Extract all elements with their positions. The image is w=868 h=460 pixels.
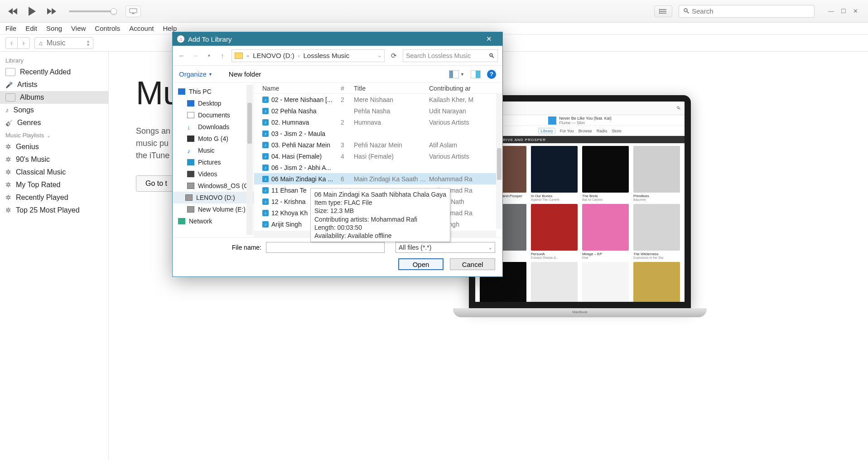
file-row[interactable]: 04. Hasi (Female)4Hasi (Female)Various A…: [254, 150, 502, 162]
search-box[interactable]: 🔍︎: [679, 5, 815, 18]
sidebar-heading-library: Library: [0, 54, 108, 66]
file-row[interactable]: 06 - Jism 2 - Abhi A...: [254, 162, 502, 173]
tree-item[interactable]: This PC: [178, 86, 254, 97]
sidebar-heading-playlists: Music Playlists ⌄: [0, 129, 108, 140]
flac-file-icon: [262, 131, 269, 137]
new-folder-button[interactable]: New folder: [229, 70, 261, 78]
file-list-header[interactable]: Name # Title Contributing ar: [254, 83, 502, 94]
tree-item[interactable]: Windows8_OS (C: [178, 180, 254, 192]
filename-input[interactable]: [266, 242, 385, 253]
sidebar-playlist-classical-music[interactable]: Classical Music: [0, 166, 108, 179]
preview-pane-button[interactable]: [471, 70, 481, 78]
tree-item[interactable]: New Volume (E:): [178, 203, 254, 215]
dialog-back-button[interactable]: ←: [177, 52, 186, 59]
dialog-footer: File name: All files (*.*)⌄ Open Cancel: [173, 237, 502, 276]
tree-item[interactable]: Videos: [178, 168, 254, 180]
nav-forward-button[interactable]: ›: [18, 38, 29, 48]
menu-edit[interactable]: Edit: [25, 24, 37, 32]
sidebar-playlist-90-s-music[interactable]: 90's Music: [0, 153, 108, 166]
open-button[interactable]: Open: [398, 258, 444, 270]
volume-slider[interactable]: [69, 10, 114, 12]
menu-view[interactable]: View: [71, 24, 86, 32]
menu-controls[interactable]: Controls: [95, 24, 120, 32]
help-button[interactable]: ?: [487, 70, 496, 79]
refresh-button[interactable]: ⟳: [389, 52, 398, 60]
source-selector[interactable]: Music ▴▾: [34, 37, 93, 49]
maximize-button[interactable]: ☐: [838, 7, 849, 16]
tree-item-label: Windows8_OS (C: [198, 182, 248, 189]
dialog-search-box[interactable]: Search Lossless Music 🔍︎: [403, 49, 498, 62]
file-row[interactable]: 02 Pehla NashaPehla NashaUdit Narayan: [254, 105, 502, 116]
menu-help[interactable]: Help: [163, 24, 177, 32]
breadcrumb-folder[interactable]: Lossless Music: [303, 52, 349, 59]
file-name: 02. Humnava: [271, 119, 309, 126]
play-button[interactable]: [26, 5, 39, 18]
file-row[interactable]: 02. Humnava2HumnavaVarious Artists: [254, 116, 502, 128]
filetype-selector[interactable]: All files (*.*)⌄: [395, 242, 495, 253]
sidebar-item-albums[interactable]: Albums: [0, 91, 108, 104]
sidebar-item-label: Genius: [16, 143, 39, 151]
flac-file-icon: [262, 176, 269, 182]
nav-back-button[interactable]: ‹: [6, 38, 18, 48]
breadcrumb[interactable]: « LENOVO (D:) › Lossless Music ⌄: [231, 49, 385, 62]
next-track-button[interactable]: [45, 5, 58, 18]
dialog-recent-button[interactable]: ▾: [204, 53, 213, 58]
file-name: 03. Pehli Nazar Mein: [271, 141, 330, 149]
cancel-button[interactable]: Cancel: [450, 258, 495, 270]
sidebar-playlist-recently-played[interactable]: Recently Played: [0, 191, 108, 204]
column-artist[interactable]: Contributing ar: [426, 85, 496, 92]
file-row[interactable]: 03 - Jism 2 - Maula: [254, 128, 502, 139]
menu-file[interactable]: File: [5, 24, 16, 32]
microphone-icon: [5, 81, 13, 89]
file-row[interactable]: 06 Main Zindagi Ka ...6Main Zindagi Ka S…: [254, 173, 502, 184]
tree-item[interactable]: Network: [178, 215, 254, 227]
sidebar-item-songs[interactable]: Songs: [0, 104, 108, 116]
sidebar-item-label: Albums: [20, 93, 44, 102]
tree-item[interactable]: Downloads: [178, 121, 254, 133]
column-name[interactable]: Name: [254, 85, 336, 92]
dialog-titlebar[interactable]: ♫ Add To Library ✕: [173, 32, 502, 46]
minimize-button[interactable]: —: [825, 7, 837, 16]
dialog-close-button[interactable]: ✕: [480, 35, 498, 43]
organize-button[interactable]: Organize ▼: [179, 70, 212, 78]
search-input[interactable]: [692, 7, 810, 15]
column-title[interactable]: Title: [349, 85, 426, 92]
tree-item-label: Videos: [198, 170, 217, 178]
menu-account[interactable]: Account: [129, 24, 154, 32]
breadcrumb-drive[interactable]: LENOVO (D:): [253, 52, 294, 59]
album-art: [582, 204, 629, 251]
dialog-up-button[interactable]: ↑: [218, 52, 227, 59]
sidebar-playlist-my-top-rated[interactable]: My Top Rated: [0, 179, 108, 191]
tree-item[interactable]: Desktop: [178, 97, 254, 109]
goto-store-button[interactable]: Go to t: [136, 175, 177, 192]
file-title: Pehla Nasha: [349, 107, 426, 115]
column-track[interactable]: #: [336, 85, 349, 92]
sidebar-playlist-top-25-most-played[interactable]: Top 25 Most Played: [0, 204, 108, 217]
source-label: Music: [47, 39, 66, 47]
file-row[interactable]: 02 - Mere Nishaan [...2Mere NishaanKaila…: [254, 94, 502, 105]
file-artist: Kailash Kher, M: [426, 96, 496, 103]
close-button[interactable]: ✕: [850, 7, 861, 16]
file-row[interactable]: 03. Pehli Nazar Mein3Pehli Nazar MeinAti…: [254, 139, 502, 150]
breadcrumb-dropdown-icon[interactable]: ⌄: [378, 53, 381, 58]
airplay-button[interactable]: [125, 5, 141, 17]
up-next-button[interactable]: [654, 5, 672, 17]
dialog-forward-button[interactable]: →: [191, 52, 200, 59]
album-artist: Bat for Lashes: [582, 198, 629, 201]
sidebar-item-genres[interactable]: Genres: [0, 116, 108, 129]
tree-item[interactable]: Moto G (4): [178, 133, 254, 145]
tree-item[interactable]: Music: [178, 145, 254, 156]
tree-scrollbar[interactable]: [246, 85, 253, 235]
previous-track-button[interactable]: [7, 5, 19, 18]
sidebar-playlist-genius[interactable]: Genius: [0, 140, 108, 153]
chevron-updown-icon: ▴▾: [87, 39, 89, 47]
tree-item[interactable]: Pictures: [178, 156, 254, 168]
tree-item[interactable]: Documents: [178, 109, 254, 121]
sidebar-item-recently-added[interactable]: Recently Added: [0, 66, 108, 78]
menu-song[interactable]: Song: [46, 24, 62, 32]
sidebar-item-artists[interactable]: Artists: [0, 78, 108, 91]
tree-item-label: Music: [198, 147, 215, 154]
tree-item[interactable]: LENOVO (D:): [173, 192, 254, 203]
file-list-vscrollbar[interactable]: [496, 94, 502, 229]
view-options-button[interactable]: ▼: [449, 70, 464, 78]
